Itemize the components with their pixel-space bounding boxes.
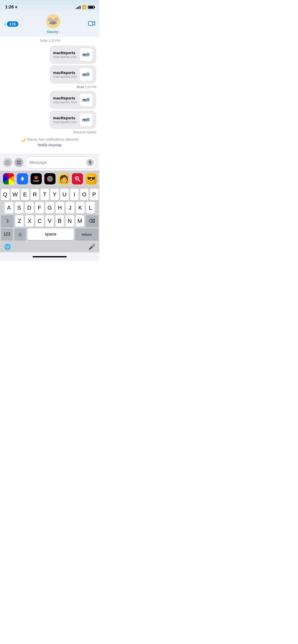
app-icon-cash[interactable]: 🍎 Cash [31,173,42,184]
key-y[interactable]: Y [50,189,59,200]
video-call-button[interactable] [88,21,95,28]
message-bubble-2[interactable]: macReports macreports.com mR [50,65,96,84]
svg-line-10 [78,180,80,181]
message-placeholder[interactable]: Message [29,160,84,165]
status-time: 1:26 ✈︎ [5,5,18,10]
shift-key[interactable]: ⇧ [1,215,14,227]
apps-button[interactable] [14,158,23,167]
key-s[interactable]: S [15,202,23,214]
message-timestamp: Today 1:22 PM [3,39,96,42]
space-key[interactable]: space [28,228,74,240]
key-l[interactable]: L [86,202,95,214]
key-h[interactable]: H [56,202,64,214]
bubble-url-1: macreports.com [53,55,77,59]
delivered-receipt: Delivered Quietly [3,130,96,134]
return-key[interactable]: return [75,228,98,240]
home-indicator [0,252,99,261]
audio-button[interactable] [86,159,94,166]
key-d[interactable]: D [25,202,34,214]
key-j[interactable]: J [66,202,74,214]
key-f[interactable]: F [35,202,44,214]
contact-avatar: 🐭 [46,14,60,28]
app-icon-photos[interactable] [3,173,14,184]
bubble-title-1: macReports [53,51,77,55]
key-z[interactable]: Z [15,215,24,227]
svg-rect-4 [17,163,19,165]
svg-rect-3 [19,160,21,162]
app-icon-appstore[interactable] [17,173,28,184]
message-row-3: macReports macreports.com mR [3,91,96,109]
message-input-container[interactable]: Message [25,156,96,169]
key-e[interactable]: E [21,189,29,200]
contact-name-button[interactable]: Stacey › [47,30,60,34]
location-icon: ✈︎ [15,5,18,9]
key-q[interactable]: Q [1,189,9,200]
globe-icon[interactable]: 🌐 [4,244,11,250]
bubble-url-4: macreports.com [53,120,77,124]
nav-center[interactable]: 🐭 Stacey › [46,14,60,34]
key-u[interactable]: U [60,189,69,200]
key-b[interactable]: B [56,215,64,227]
key-o[interactable]: O [80,189,88,200]
key-k[interactable]: K [76,202,85,214]
key-m[interactable]: M [76,215,84,227]
message-bubble-4[interactable]: macReports macreports.com mR [50,111,96,129]
moon-icon: 🌙 [21,137,26,141]
key-v[interactable]: V [45,215,54,227]
status-bar: 1:26 ✈︎ 📶 [0,0,99,12]
signal-icon [76,5,80,9]
app-icon-fitness[interactable] [44,173,56,184]
svg-rect-5 [19,163,21,165]
message-row-2: macReports macreports.com mR [3,65,96,84]
keyboard-row-2: A S D F G H J K L [0,200,99,214]
message-row-4: macReports macreports.com mR [3,111,96,129]
svg-rect-2 [17,160,19,162]
bubble-url-2: macreports.com [53,75,77,79]
key-c[interactable]: C [35,215,44,227]
wifi-icon: 📶 [82,5,86,9]
emoji-key[interactable]: ☺ [14,228,26,240]
read-receipt: Read 1:24 PM [3,85,96,89]
key-w[interactable]: W [11,189,19,200]
keyboard-bottom-row: 🌐 🎤 [0,242,99,252]
app-icon-sticker[interactable]: 😎 [86,173,97,184]
key-r[interactable]: R [31,189,39,200]
bubble-logo-4: mR [79,113,93,126]
notify-anyway-button[interactable]: Notify Anyway [3,143,96,147]
key-t[interactable]: T [40,189,49,200]
home-bar [33,256,67,257]
back-button[interactable]: ‹ 178 [4,21,18,27]
status-indicators: 📶 [76,5,94,9]
key-x[interactable]: X [25,215,34,227]
microphone-icon[interactable]: 🎤 [88,244,95,250]
notifications-silenced-text: 🌙 Stacey has notifications silenced [3,137,96,142]
contact-chevron-icon: › [59,30,60,34]
bubble-title-4: macReports [53,116,77,120]
message-bubble-3[interactable]: macReports macreports.com mR [50,91,96,109]
svg-point-8 [49,178,50,179]
key-n[interactable]: N [65,215,74,227]
bubble-title-2: macReports [53,70,77,75]
camera-button[interactable] [3,158,12,167]
app-strip: 🍎 Cash 🧑 😎 [0,171,99,187]
app-icon-websearch[interactable] [72,173,83,184]
delete-key[interactable]: ⌫ [86,215,98,227]
key-g[interactable]: G [45,202,54,214]
bubble-title-3: macReports [53,96,77,100]
back-chevron-icon: ‹ [4,21,6,27]
key-p[interactable]: P [90,189,98,200]
svg-point-1 [7,162,9,164]
bubble-logo-2: mR [79,68,93,81]
key-a[interactable]: A [5,202,13,214]
keyboard-row-4: 123 ☺ space return [0,227,99,242]
back-badge-count[interactable]: 178 [7,21,18,27]
keyboard-row-1: Q W E R T Y U I O P [0,187,99,200]
app-icon-memoji[interactable]: 🧑 [58,173,69,184]
message-bubble-1[interactable]: macReports macreports.com mR [50,46,96,64]
key-i[interactable]: I [70,189,79,200]
input-area: Message [0,154,99,171]
numbers-key[interactable]: 123 [1,228,13,240]
message-row-1: macReports macreports.com mR [3,46,96,64]
bubble-url-3: macreports.com [53,100,77,104]
messages-area: Today 1:22 PM macReports macreports.com … [0,37,99,154]
